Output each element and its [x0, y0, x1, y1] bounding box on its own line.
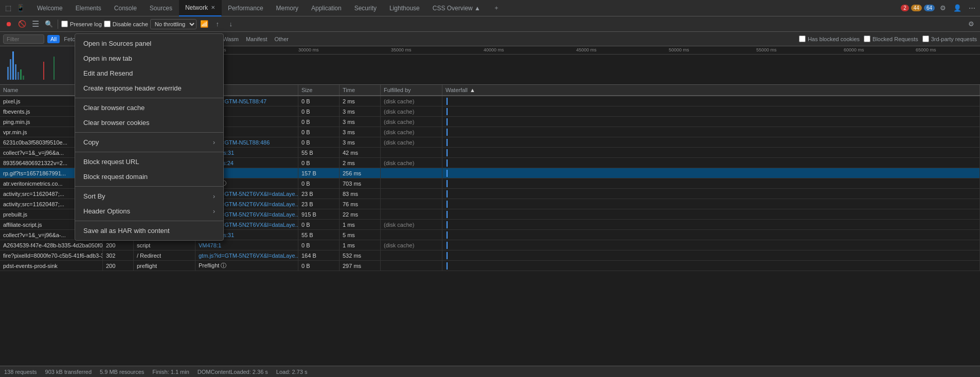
filter-type-all[interactable]: All: [47, 35, 60, 43]
throttle-select[interactable]: No throttling: [150, 19, 197, 29]
menu-item-create-override[interactable]: Create response header override: [75, 81, 223, 96]
preserve-log-input[interactable]: [61, 21, 68, 27]
td-fulfilled: [381, 189, 442, 199]
td-fulfilled: [381, 178, 442, 188]
settings-btn[interactable]: ⚙: [966, 19, 977, 30]
td-size: 0 B: [298, 220, 340, 229]
menu-item-block-url[interactable]: Block request URL: [75, 154, 223, 169]
td-size: 915 B: [298, 209, 340, 219]
td-time: 297 ms: [340, 261, 381, 271]
th-waterfall[interactable]: Waterfall ▲: [442, 85, 980, 95]
td-time: 3 ms: [340, 106, 381, 116]
transferred-size: 903 kB transferred: [45, 369, 92, 375]
tab-security[interactable]: Security: [348, 0, 383, 16]
tab-sources[interactable]: Sources: [144, 0, 179, 16]
filter-icon-button[interactable]: ☰: [30, 19, 41, 30]
td-time: 3 ms: [340, 127, 381, 137]
menu-item-header-options[interactable]: Header Options ›: [75, 204, 223, 219]
td-waterfall: [442, 230, 980, 240]
blocked-requests-checkbox[interactable]: Blocked Requests: [864, 35, 918, 42]
search-button[interactable]: 🔍: [43, 19, 55, 30]
header-options-chevron-icon: ›: [213, 208, 215, 215]
upload-icon[interactable]: ↑: [212, 19, 223, 30]
disable-cache-input[interactable]: [104, 21, 111, 27]
td-fulfilled: [381, 230, 442, 240]
settings-icon[interactable]: ⚙: [937, 2, 949, 14]
menu-separator-1: [75, 98, 223, 98]
table-row[interactable]: pdst-events-prod-sink 200 preflight Pref…: [0, 261, 980, 271]
has-blocked-cookies-checkbox[interactable]: Has blocked cookies: [799, 35, 860, 42]
menu-item-save-har[interactable]: Save all as HAR with content: [75, 223, 223, 238]
tab-memory[interactable]: Memory: [270, 0, 305, 16]
menu-item-block-domain[interactable]: Block request domain: [75, 169, 223, 184]
td-fulfilled: (disk cache): [381, 106, 442, 116]
table-row[interactable]: A2634539-f47e-428b-b335-4d2ba050f0d81.js…: [0, 240, 980, 250]
td-fulfilled: [381, 261, 442, 271]
td-name: pdst-events-prod-sink: [0, 261, 103, 271]
tab-css-overview[interactable]: CSS Overview ▲: [426, 0, 487, 16]
tab-performance[interactable]: Performance: [222, 0, 270, 16]
td-waterfall: [442, 106, 980, 116]
td-time: 532 ms: [340, 250, 381, 260]
td-fulfilled: (disk cache): [381, 240, 442, 250]
td-size: 23 B: [298, 189, 340, 199]
menu-item-clear-cache[interactable]: Clear browser cache: [75, 100, 223, 115]
requests-count: 138 requests: [4, 369, 37, 375]
menu-item-open-new-tab[interactable]: Open in new tab: [75, 51, 223, 66]
td-size: 0 B: [298, 261, 340, 271]
td-fulfilled: (disk cache): [381, 117, 442, 127]
tab-console[interactable]: Console: [108, 0, 144, 16]
timeline-chart[interactable]: 5000 ms 25000 ms 30000 ms 35000 ms 40000…: [103, 46, 980, 84]
td-fulfilled: (disk cache): [381, 137, 442, 147]
td-size: 0 B: [298, 240, 340, 250]
wifi-icon[interactable]: 📶: [199, 19, 210, 30]
info-badge: 64: [924, 5, 935, 11]
tab-add[interactable]: ＋: [487, 0, 506, 16]
inspect-icon[interactable]: ⬚: [2, 2, 14, 14]
td-fulfilled: (disk cache): [381, 127, 442, 137]
timeline-ruler: 5000 ms 25000 ms 30000 ms 35000 ms 40000…: [103, 46, 980, 55]
td-time: 703 ms: [340, 178, 381, 188]
td-fulfilled: [381, 250, 442, 260]
td-size: 0 B: [298, 127, 340, 137]
td-initiator: VM478:1: [195, 240, 298, 250]
tab-welcome[interactable]: Welcome: [31, 0, 69, 16]
th-fulfilled[interactable]: Fulfilled by: [381, 85, 442, 95]
td-time: 22 ms: [340, 209, 381, 219]
tab-application[interactable]: Application: [305, 0, 348, 16]
menu-item-sort-by[interactable]: Sort By ›: [75, 189, 223, 204]
tab-lighthouse[interactable]: Lighthouse: [383, 0, 426, 16]
td-time: 83 ms: [340, 189, 381, 199]
customize-icon[interactable]: 👤: [951, 2, 964, 14]
td-name: A2634539-f47e-428b-b335-4d2ba050f0d81.js: [0, 240, 103, 250]
download-icon[interactable]: ↓: [225, 19, 237, 30]
th-size[interactable]: Size: [298, 85, 340, 95]
record-button[interactable]: ⏺: [3, 19, 14, 30]
menu-item-clear-cookies[interactable]: Clear browser cookies: [75, 115, 223, 130]
table-row[interactable]: fire?pixelId=8000fe70-c5b5-41f6-adb3-321…: [0, 250, 980, 261]
menu-item-copy[interactable]: Copy ›: [75, 135, 223, 150]
warning-badge: 44: [911, 5, 922, 11]
th-time[interactable]: Time: [340, 85, 381, 95]
preserve-log-checkbox[interactable]: Preserve log: [61, 21, 102, 27]
filter-input[interactable]: [3, 34, 44, 44]
menu-item-open-sources[interactable]: Open in Sources panel: [75, 36, 223, 51]
td-fulfilled: (disk cache): [381, 96, 442, 106]
finish-time: Finish: 1.1 min: [152, 369, 189, 375]
menu-item-edit-resend[interactable]: Edit and Resend: [75, 66, 223, 81]
clear-button[interactable]: 🚫: [16, 19, 28, 30]
tab-network[interactable]: Network ✕: [179, 0, 222, 16]
tab-close-icon[interactable]: ✕: [211, 5, 215, 10]
device-icon[interactable]: 📱: [14, 2, 27, 14]
disable-cache-checkbox[interactable]: Disable cache: [104, 21, 148, 27]
menu-separator-3: [75, 152, 223, 152]
third-party-checkbox[interactable]: 3rd-party requests: [922, 35, 977, 42]
filter-type-manifest[interactable]: Manifest: [243, 35, 271, 43]
copy-chevron-icon: ›: [213, 139, 215, 146]
td-size: 0 B: [298, 137, 340, 147]
td-waterfall: [442, 220, 980, 229]
tab-elements[interactable]: Elements: [69, 0, 108, 16]
td-name: fire?pixelId=8000fe70-c5b5-41f6-adb3-321…: [0, 250, 103, 260]
filter-type-other[interactable]: Other: [271, 35, 292, 43]
more-icon[interactable]: ⋯: [966, 2, 978, 14]
